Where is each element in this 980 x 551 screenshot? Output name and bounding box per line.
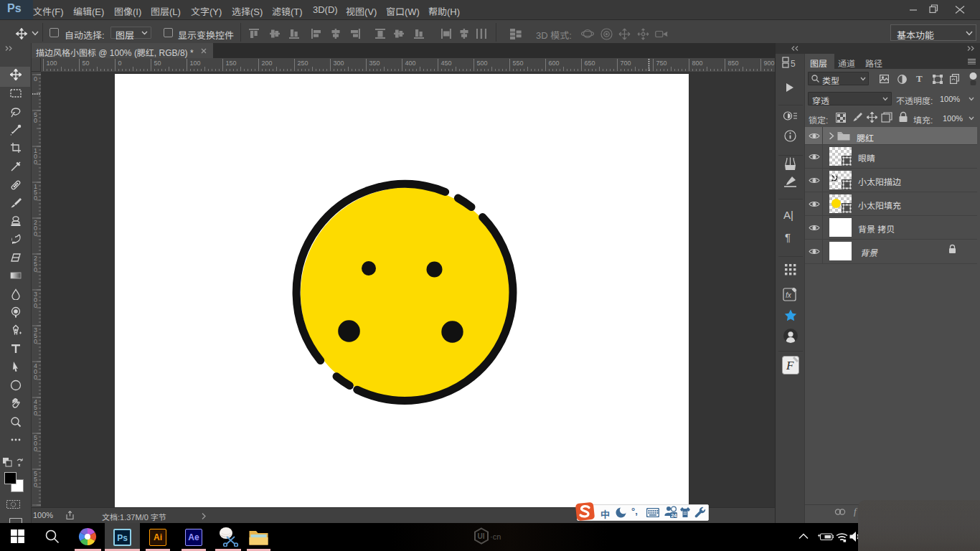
svg-text:50: 50 xyxy=(34,111,37,124)
svg-text:200: 200 xyxy=(34,219,37,237)
svg-text:100: 100 xyxy=(34,147,37,166)
svg-text:250: 250 xyxy=(298,60,308,67)
svg-text:F: F xyxy=(786,359,794,372)
svg-text:300: 300 xyxy=(334,60,344,67)
svg-text:900: 900 xyxy=(764,60,775,67)
svg-text:450: 450 xyxy=(34,398,37,417)
svg-text:200: 200 xyxy=(262,60,273,67)
svg-text:fx: fx xyxy=(786,291,792,299)
svg-text:·cn: ·cn xyxy=(490,532,501,541)
svg-text:450: 450 xyxy=(441,60,452,67)
svg-text:350: 350 xyxy=(369,60,380,67)
svg-text:UI: UI xyxy=(478,532,485,540)
svg-text:50: 50 xyxy=(154,60,161,67)
svg-text:350: 350 xyxy=(34,326,37,345)
svg-text:250: 250 xyxy=(34,255,37,273)
svg-text:500: 500 xyxy=(477,60,488,67)
svg-text:0: 0 xyxy=(34,75,37,83)
svg-text:500: 500 xyxy=(34,434,37,453)
svg-text:100: 100 xyxy=(47,60,57,67)
svg-text:0: 0 xyxy=(118,60,122,67)
svg-text:650: 650 xyxy=(585,60,595,67)
svg-text:150: 150 xyxy=(34,183,37,202)
svg-text:400: 400 xyxy=(34,362,37,381)
svg-text:300: 300 xyxy=(34,291,37,309)
svg-text:850: 850 xyxy=(728,60,739,67)
svg-text:100: 100 xyxy=(190,60,201,67)
svg-text:400: 400 xyxy=(405,60,416,67)
svg-text:150: 150 xyxy=(226,60,237,67)
svg-text:¶: ¶ xyxy=(785,231,791,243)
svg-text:5: 5 xyxy=(791,59,796,68)
svg-text:24: 24 xyxy=(671,512,677,519)
svg-text:550: 550 xyxy=(513,60,524,67)
svg-text:700: 700 xyxy=(621,60,631,67)
svg-text:50: 50 xyxy=(83,60,90,67)
svg-text:A|: A| xyxy=(783,209,793,221)
svg-text:800: 800 xyxy=(692,60,703,67)
svg-text:550: 550 xyxy=(34,470,37,489)
svg-text:600: 600 xyxy=(549,60,560,67)
svg-text:750: 750 xyxy=(656,60,667,67)
